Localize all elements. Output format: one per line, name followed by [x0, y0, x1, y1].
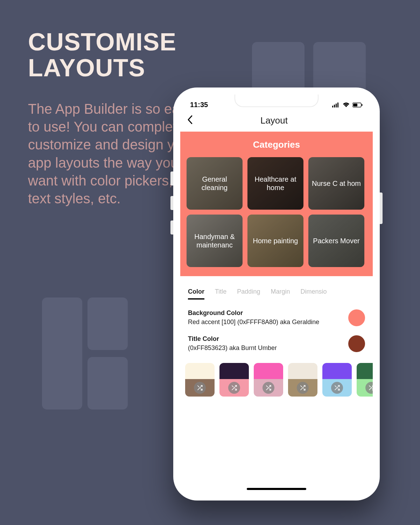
decor-square — [42, 298, 82, 410]
category-card[interactable]: Healthcare at home — [247, 157, 303, 210]
palette-swatch[interactable] — [322, 363, 352, 397]
svg-rect-3 — [337, 103, 338, 107]
tab-padding[interactable]: Padding — [237, 288, 260, 300]
palette-swatch[interactable] — [185, 363, 215, 397]
shuffle-icon — [297, 382, 309, 394]
palette-swatch[interactable] — [288, 363, 317, 397]
shuffle-icon — [365, 382, 373, 394]
color-property-text: Title Color(0xFF853623) aka Burnt Umber — [188, 335, 348, 352]
status-icons — [332, 103, 363, 107]
palette-swatch[interactable] — [357, 363, 373, 397]
decor-square — [88, 357, 128, 410]
decor-square — [88, 298, 128, 350]
navbar-title: Layout — [193, 115, 355, 126]
color-property-row: Background ColorRed accent [100] (0xFFFF… — [188, 306, 365, 332]
svg-rect-0 — [332, 106, 333, 107]
tab-margin[interactable]: Margin — [271, 288, 290, 300]
battery-icon — [352, 103, 363, 107]
phone-frame: 11:35 Layout Categories Ge — [173, 88, 380, 500]
decor-square — [313, 42, 366, 94]
svg-rect-5 — [353, 104, 357, 106]
shuffle-icon — [262, 382, 274, 394]
status-time: 11:35 — [190, 101, 208, 109]
tab-color[interactable]: Color — [188, 288, 204, 300]
color-property-value: (0xFF853623) aka Burnt Umber — [188, 344, 343, 352]
hero-title: CUSTOMISE LAYOUTS — [28, 29, 224, 81]
color-property-name: Title Color — [188, 335, 343, 343]
wifi-icon — [343, 103, 350, 107]
color-swatch[interactable] — [348, 335, 365, 352]
palette-swatch[interactable] — [254, 363, 283, 397]
category-label: General cleaning — [189, 175, 240, 192]
panel-title: Categories — [187, 139, 366, 150]
color-property-text: Background ColorRed accent [100] (0xFFFF… — [188, 309, 348, 326]
decor-square — [252, 42, 304, 94]
category-label: Handyman & maintenanc — [189, 232, 240, 249]
category-card[interactable]: Handyman & maintenanc — [187, 215, 243, 267]
categories-panel: Categories General cleaningHealthcare at… — [180, 132, 373, 276]
shuffle-icon — [194, 382, 206, 394]
color-property-value: Red accent [100] (0xFFFF8A80) aka Gerald… — [188, 318, 343, 326]
category-grid: General cleaningHealthcare at homeNurse … — [187, 157, 366, 267]
signal-icon — [332, 103, 340, 107]
category-card[interactable]: Nurse C at hom — [308, 157, 364, 210]
category-card[interactable]: Home painting — [247, 215, 303, 267]
shuffle-icon — [228, 382, 240, 394]
category-label: Packers Mover — [313, 237, 359, 245]
tab-title[interactable]: Title — [215, 288, 226, 300]
back-button[interactable] — [187, 115, 193, 126]
phone-screen: 11:35 Layout Categories Ge — [180, 94, 373, 493]
color-property-row: Title Color(0xFF853623) aka Burnt Umber — [188, 332, 365, 358]
color-swatch[interactable] — [348, 309, 365, 326]
shuffle-icon — [331, 382, 343, 394]
category-label: Healthcare at home — [250, 175, 301, 192]
category-label: Nurse C at hom — [312, 179, 361, 188]
color-property-name: Background Color — [188, 309, 343, 317]
color-property-list: Background ColorRed accent [100] (0xFFFF… — [180, 300, 373, 360]
svg-rect-6 — [362, 104, 363, 106]
category-label: Home painting — [253, 237, 298, 245]
tabs: ColorTitlePaddingMarginDimensio — [180, 276, 373, 300]
phone-notch — [234, 94, 318, 107]
category-card[interactable]: General cleaning — [187, 157, 243, 210]
palette-strip — [180, 360, 373, 397]
home-indicator — [247, 488, 306, 490]
navbar: Layout — [180, 111, 373, 132]
hero-body: The App Builder is so easy to use! You c… — [28, 100, 196, 208]
palette-swatch[interactable] — [219, 363, 249, 397]
category-card[interactable]: Packers Mover — [308, 215, 364, 267]
tab-dimensio[interactable]: Dimensio — [300, 288, 327, 300]
svg-rect-2 — [336, 104, 337, 107]
svg-rect-1 — [334, 105, 335, 107]
